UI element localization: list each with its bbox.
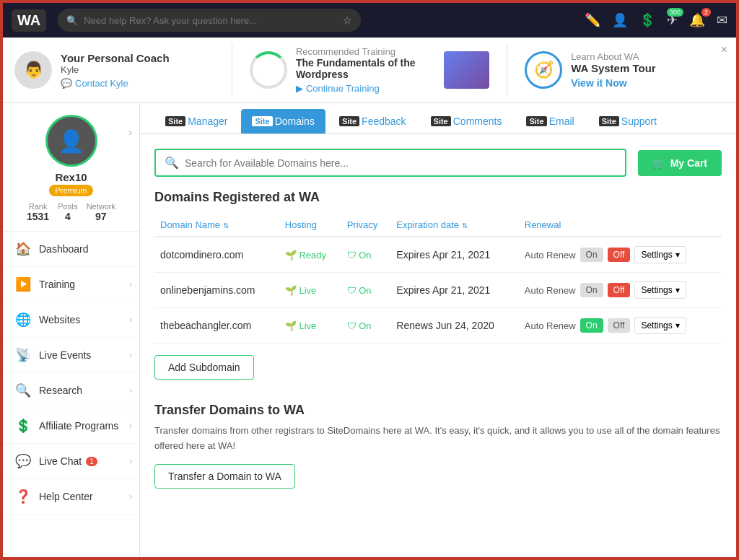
tab-comments[interactable]: Site Comments	[420, 109, 513, 134]
tab-domains[interactable]: Site Domains	[241, 109, 325, 134]
add-subdomain-button[interactable]: Add Subdomain	[154, 355, 254, 380]
tab-manager[interactable]: Site Manager	[154, 109, 238, 134]
nav-arrow-training: ›	[129, 279, 132, 289]
renewal-cell: Auto Renew On Off Settings ▾	[519, 237, 722, 273]
domains-section-title: Domains Registered at WA	[140, 184, 736, 214]
promo-training: Recommended Training The Fundamentals of…	[250, 46, 489, 94]
toggle-off-button[interactable]: Off	[608, 318, 631, 333]
plane-icon[interactable]: ✈ 300	[667, 12, 678, 28]
sidebar-item-dashboard[interactable]: 🏠 Dashboard	[3, 232, 139, 267]
nav-label-websites: Websites	[39, 314, 80, 325]
col-expiration[interactable]: Expiration date ⇅	[390, 214, 518, 237]
tab-name-feedback: Feedback	[362, 115, 406, 127]
sidebar-item-help[interactable]: ❓ Help Center ›	[3, 479, 139, 515]
site-label-email: Site	[526, 116, 546, 126]
cart-button[interactable]: 🛒 My Cart	[638, 150, 722, 176]
dollar-icon[interactable]: 💲	[639, 12, 655, 28]
sidebar: 👤 › Rex10 Premium Rank 1531 Posts 4 Netw…	[3, 103, 140, 557]
settings-button[interactable]: Settings ▾	[634, 317, 686, 334]
site-label-domains: Site	[252, 116, 272, 126]
expiration-cell: Renews Jun 24, 2020	[390, 308, 518, 344]
hosting-cell: 🌱 Live	[279, 273, 341, 308]
privacy-cell: 🛡 On	[341, 308, 391, 344]
training-info: Recommended Training The Fundamentals of…	[296, 46, 435, 94]
expiration-cell: Expires Apr 21, 2021	[390, 237, 518, 273]
toggle-on-button[interactable]: On	[580, 318, 603, 333]
expand-arrow-icon[interactable]: ›	[128, 126, 132, 138]
settings-button[interactable]: Settings ▾	[634, 281, 686, 299]
col-privacy: Privacy	[341, 214, 391, 237]
domain-search-input[interactable]	[185, 157, 616, 169]
domain-search-area: 🔍 🛒 My Cart	[140, 134, 736, 184]
user-stats: Rank 1531 Posts 4 Network 97	[27, 202, 115, 222]
promo-wa: 🧭 Learn About WA WA System Tour View it …	[525, 51, 725, 89]
nav-label-research: Research	[39, 385, 82, 396]
toggle-on-button[interactable]: On	[580, 283, 603, 297]
nav-arrow-affiliate: ›	[129, 421, 132, 431]
sidebar-item-live-events[interactable]: 📡 Live Events ›	[3, 338, 139, 373]
promo-divider-1	[232, 45, 232, 95]
toggle-on-button[interactable]: On	[580, 248, 603, 262]
hosting-status: 🌱 Ready	[285, 250, 336, 261]
training-icon: ▶️	[14, 276, 32, 293]
cart-icon: 🛒	[652, 157, 665, 169]
continue-training-link[interactable]: ▶ Continue Training	[296, 83, 435, 94]
wa-info: Learn About WA WA System Tour View it No…	[571, 51, 656, 89]
profile-icon[interactable]: 👤	[612, 12, 628, 28]
tab-name-email: Email	[549, 115, 574, 127]
toggle-off-button[interactable]: Off	[608, 248, 631, 262]
nav-label-affiliate: Affiliate Programs	[39, 420, 118, 432]
transfer-section: Transfer Domains to WA Transfer domains …	[140, 391, 736, 503]
right-content: Site Manager Site Domains Site Feedback …	[140, 103, 736, 557]
sidebar-item-websites[interactable]: 🌐 Websites ›	[3, 302, 139, 338]
col-renewal: Renewal	[519, 214, 722, 237]
promo-close-button[interactable]: ×	[721, 43, 727, 56]
tab-email[interactable]: Site Email	[515, 109, 585, 134]
auto-renew-control: Auto Renew On Off Settings ▾	[525, 281, 716, 299]
transfer-domain-button[interactable]: Transfer a Domain to WA	[154, 464, 295, 489]
user-profile: 👤 › Rex10 Premium Rank 1531 Posts 4 Netw…	[3, 103, 139, 232]
sidebar-item-training[interactable]: ▶️ Training ›	[3, 267, 139, 302]
global-search-input[interactable]	[84, 15, 337, 26]
chat-icon: 💬	[61, 78, 72, 89]
domain-name-cell: thebeachangler.com	[154, 308, 279, 344]
site-label-support: Site	[599, 116, 619, 126]
chevron-down-icon: ▾	[675, 320, 680, 331]
mail-icon[interactable]: ✉	[717, 12, 727, 28]
privacy-status: 🛡 On	[347, 320, 385, 331]
toggle-off-button[interactable]: Off	[608, 283, 631, 297]
global-search-bar[interactable]: 🔍 ☆	[58, 9, 361, 32]
privacy-cell: 🛡 On	[341, 273, 391, 308]
stat-rank: Rank 1531	[27, 202, 49, 222]
nav-arrow-research: ›	[129, 385, 132, 395]
renewal-cell: Auto Renew On Off Settings ▾	[519, 308, 722, 344]
domains-table: Domain Name ⇅ Hosting Privacy Expiration…	[154, 214, 722, 344]
view-now-link[interactable]: View it Now	[571, 77, 656, 89]
bell-icon[interactable]: 🔔 2	[689, 12, 705, 28]
edit-icon[interactable]: ✏️	[585, 12, 600, 28]
sidebar-item-live-chat[interactable]: 💬 Live Chat 1 ›	[3, 444, 139, 479]
table-row: dotcomdinero.com 🌱 Ready 🛡 On Expires Ap…	[154, 237, 722, 273]
help-icon: ❓	[14, 488, 32, 505]
domain-search-box[interactable]: 🔍	[154, 149, 626, 177]
subdomain-area: Add Subdomain	[140, 344, 736, 391]
auto-renew-control: Auto Renew On Off Settings ▾	[525, 317, 716, 334]
sidebar-item-affiliate[interactable]: 💲 Affiliate Programs ›	[3, 408, 139, 444]
settings-button[interactable]: Settings ▾	[634, 246, 686, 263]
table-row: onlinebenjamins.com 🌱 Live 🛡 On Expires …	[154, 273, 722, 308]
domain-search-icon: 🔍	[165, 156, 179, 170]
col-domain-name[interactable]: Domain Name ⇅	[154, 214, 279, 237]
domain-name-cell: onlinebenjamins.com	[154, 273, 279, 308]
sort-icon-exp: ⇅	[462, 222, 468, 229]
username: Rex10	[55, 171, 87, 183]
bell-badge: 2	[701, 8, 711, 17]
websites-icon: 🌐	[14, 311, 32, 328]
research-icon: 🔍	[14, 382, 32, 399]
tab-feedback[interactable]: Site Feedback	[328, 109, 417, 134]
sidebar-item-research[interactable]: 🔍 Research ›	[3, 373, 139, 408]
contact-kyle-link[interactable]: 💬 Contact Kyle	[61, 78, 170, 89]
chevron-down-icon: ▾	[675, 250, 680, 260]
tab-support[interactable]: Site Support	[588, 109, 668, 134]
stat-posts: Posts 4	[58, 202, 78, 222]
privacy-cell: 🛡 On	[341, 237, 391, 273]
